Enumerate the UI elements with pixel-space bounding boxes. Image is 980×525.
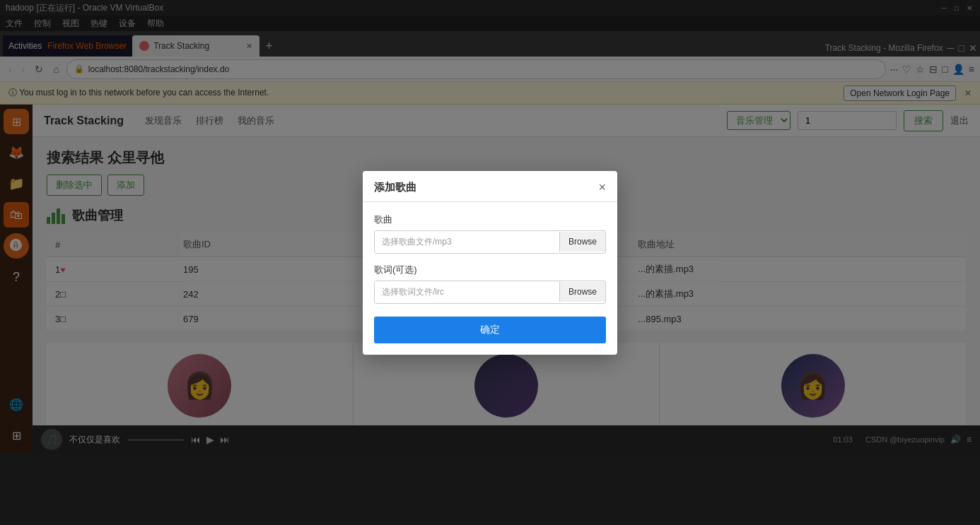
modal-overlay: 添加歌曲 × 歌曲 选择歌曲文件/mp3 Browse 歌词(可选) 选择歌词文… <box>0 0 980 525</box>
song-file-placeholder: 选择歌曲文件/mp3 <box>375 231 559 253</box>
modal-header: 添加歌曲 × <box>363 171 617 202</box>
modal-body: 歌曲 选择歌曲文件/mp3 Browse 歌词(可选) 选择歌词文件/lrc B… <box>363 202 617 355</box>
song-file-input-row: 选择歌曲文件/mp3 Browse <box>374 230 606 254</box>
song-label: 歌曲 <box>374 213 606 226</box>
lyrics-browse-button[interactable]: Browse <box>559 282 605 302</box>
lyrics-file-placeholder: 选择歌词文件/lrc <box>375 281 559 303</box>
lyrics-file-input-row: 选择歌词文件/lrc Browse <box>374 281 606 304</box>
confirm-button[interactable]: 确定 <box>374 317 606 343</box>
song-browse-button[interactable]: Browse <box>559 232 605 252</box>
lyrics-label: 歌词(可选) <box>374 264 606 276</box>
modal-close-button[interactable]: × <box>598 181 606 194</box>
modal-title: 添加歌曲 <box>374 181 416 194</box>
add-song-modal: 添加歌曲 × 歌曲 选择歌曲文件/mp3 Browse 歌词(可选) 选择歌词文… <box>363 171 617 355</box>
